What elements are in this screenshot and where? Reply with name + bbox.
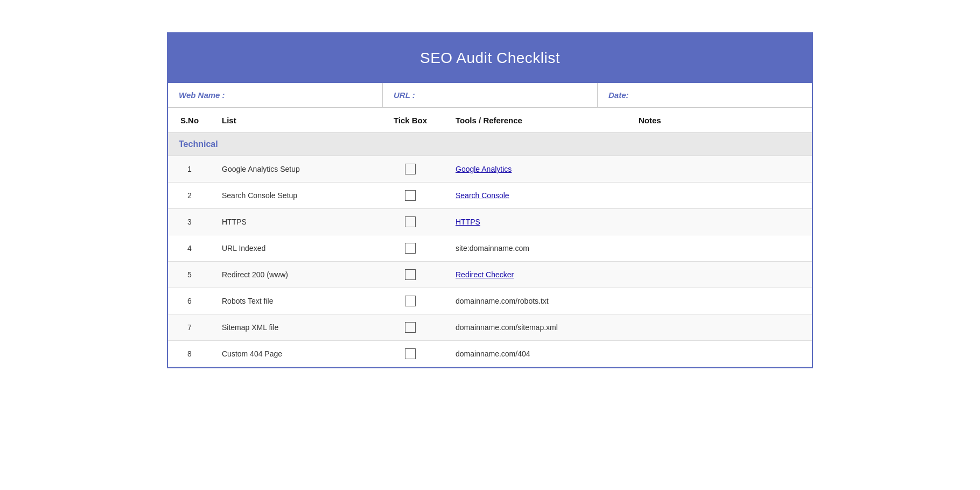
- table-header-row: S.No List Tick Box Tools / Reference Not…: [168, 108, 812, 133]
- section-row: Technical: [168, 133, 812, 156]
- url-cell: URL :: [383, 83, 598, 107]
- table-title: SEO Audit Checklist: [420, 50, 560, 66]
- row-tick[interactable]: [373, 341, 448, 367]
- section-name: Technical: [168, 133, 812, 156]
- table-row: 3HTTPSHTTPS: [168, 209, 812, 235]
- table-row: 4URL Indexedsite:domainname.com: [168, 235, 812, 262]
- row-list: Custom 404 Page: [211, 341, 373, 367]
- row-tick[interactable]: [373, 314, 448, 341]
- row-tools: domainname.com/robots.txt: [448, 288, 631, 314]
- row-notes: [631, 288, 812, 314]
- row-tick[interactable]: [373, 235, 448, 262]
- web-name-cell: Web Name :: [168, 83, 383, 107]
- row-sno: 1: [168, 156, 211, 183]
- row-notes: [631, 262, 812, 288]
- row-tick[interactable]: [373, 288, 448, 314]
- meta-row: Web Name : URL : Date:: [168, 83, 812, 108]
- checklist-table: S.No List Tick Box Tools / Reference Not…: [168, 108, 812, 367]
- table-row: 6Robots Text filedomainname.com/robots.t…: [168, 288, 812, 314]
- date-label: Date:: [608, 90, 629, 100]
- table-row: 7Sitemap XML filedomainname.com/sitemap.…: [168, 314, 812, 341]
- row-notes: [631, 341, 812, 367]
- url-label: URL :: [394, 90, 415, 100]
- row-list: HTTPS: [211, 209, 373, 235]
- tool-link[interactable]: Redirect Checker: [456, 270, 514, 279]
- row-notes: [631, 209, 812, 235]
- row-list: Sitemap XML file: [211, 314, 373, 341]
- row-tick[interactable]: [373, 183, 448, 209]
- checkbox[interactable]: [405, 322, 416, 333]
- row-tools: domainname.com/404: [448, 341, 631, 367]
- row-tools: domainname.com/sitemap.xml: [448, 314, 631, 341]
- checkbox[interactable]: [405, 243, 416, 254]
- row-tools: site:domainname.com: [448, 235, 631, 262]
- checkbox[interactable]: [405, 216, 416, 227]
- row-sno: 2: [168, 183, 211, 209]
- row-list: Redirect 200 (www): [211, 262, 373, 288]
- col-header-list: List: [211, 108, 373, 133]
- checkbox[interactable]: [405, 348, 416, 359]
- web-name-label: Web Name :: [179, 90, 225, 100]
- table-row: 2Search Console SetupSearch Console: [168, 183, 812, 209]
- table-row: 8Custom 404 Pagedomainname.com/404: [168, 341, 812, 367]
- row-list: Google Analytics Setup: [211, 156, 373, 183]
- col-header-sno: S.No: [168, 108, 211, 133]
- row-notes: [631, 183, 812, 209]
- row-sno: 3: [168, 209, 211, 235]
- checkbox[interactable]: [405, 296, 416, 306]
- checkbox[interactable]: [405, 269, 416, 280]
- tool-link[interactable]: Search Console: [456, 191, 509, 200]
- row-list: URL Indexed: [211, 235, 373, 262]
- tool-link[interactable]: HTTPS: [456, 218, 480, 226]
- row-tools[interactable]: Google Analytics: [448, 156, 631, 183]
- row-tick[interactable]: [373, 262, 448, 288]
- row-notes: [631, 235, 812, 262]
- row-sno: 7: [168, 314, 211, 341]
- col-header-tools: Tools / Reference: [448, 108, 631, 133]
- row-tools[interactable]: HTTPS: [448, 209, 631, 235]
- row-sno: 6: [168, 288, 211, 314]
- row-list: Search Console Setup: [211, 183, 373, 209]
- row-list: Robots Text file: [211, 288, 373, 314]
- table-row: 5Redirect 200 (www)Redirect Checker: [168, 262, 812, 288]
- checkbox[interactable]: [405, 190, 416, 201]
- row-tools[interactable]: Redirect Checker: [448, 262, 631, 288]
- checkbox[interactable]: [405, 164, 416, 174]
- row-notes: [631, 314, 812, 341]
- table-row: 1Google Analytics SetupGoogle Analytics: [168, 156, 812, 183]
- row-tools[interactable]: Search Console: [448, 183, 631, 209]
- col-header-tick: Tick Box: [373, 108, 448, 133]
- row-sno: 8: [168, 341, 211, 367]
- seo-audit-table: SEO Audit Checklist Web Name : URL : Dat…: [167, 32, 813, 368]
- table-header: SEO Audit Checklist: [168, 33, 812, 83]
- date-cell: Date:: [598, 83, 812, 107]
- row-sno: 4: [168, 235, 211, 262]
- row-tick[interactable]: [373, 209, 448, 235]
- row-notes: [631, 156, 812, 183]
- row-tick[interactable]: [373, 156, 448, 183]
- tool-link[interactable]: Google Analytics: [456, 165, 512, 173]
- row-sno: 5: [168, 262, 211, 288]
- col-header-notes: Notes: [631, 108, 812, 133]
